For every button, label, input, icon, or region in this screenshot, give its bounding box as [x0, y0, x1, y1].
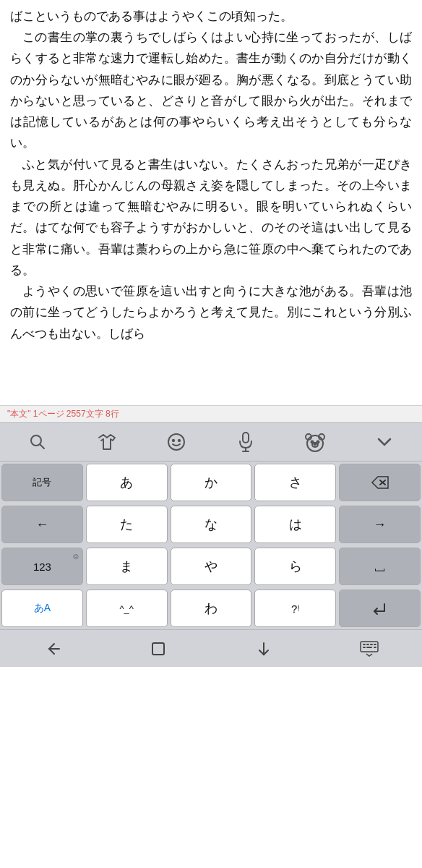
- status-bar: "本文" 1ページ 2557文字 8行: [0, 405, 422, 422]
- key-symbols[interactable]: 記号: [1, 464, 83, 501]
- keyboard-row-4: あA ^_^ わ ?!: [0, 587, 422, 629]
- key-na[interactable]: な: [171, 506, 252, 543]
- key-a[interactable]: あ: [86, 464, 168, 501]
- key-ka[interactable]: か: [171, 464, 252, 501]
- key-ya[interactable]: や: [171, 548, 252, 585]
- key-arrow-left[interactable]: ←: [1, 506, 83, 543]
- svg-point-14: [314, 443, 316, 446]
- mic-toolbar-button[interactable]: [228, 429, 263, 455]
- emoji-toolbar-button[interactable]: [159, 429, 194, 455]
- keyboard-hide-button[interactable]: [348, 635, 391, 663]
- recents-button[interactable]: [242, 635, 285, 663]
- svg-point-4: [178, 440, 180, 441]
- text-line-1: ばこというものである事はようやくこの頃知った。: [10, 6, 412, 27]
- chevron-toolbar-button[interactable]: [367, 429, 402, 455]
- key-123[interactable]: 123◎: [1, 548, 83, 585]
- key-return[interactable]: [339, 590, 421, 627]
- svg-rect-18: [152, 643, 164, 655]
- text-paragraph-2: この書生の掌の裏うちでしばらくはよい心持に坐っておったが、しばらくすると非常な速…: [10, 27, 412, 153]
- key-ra[interactable]: ら: [254, 548, 336, 585]
- key-punct[interactable]: ?!: [254, 590, 336, 627]
- bear-toolbar-button[interactable]: [298, 429, 332, 455]
- svg-point-2: [168, 434, 184, 450]
- svg-point-3: [173, 440, 174, 441]
- key-face[interactable]: ^_^: [86, 590, 168, 627]
- bottom-navigation: [0, 629, 422, 667]
- back-button[interactable]: [31, 635, 74, 663]
- search-toolbar-button[interactable]: [20, 429, 55, 455]
- keyboard-row-1: 記号 あ か さ: [0, 461, 422, 503]
- home-button[interactable]: [137, 635, 180, 663]
- text-paragraph-3: ふと気が付いて見ると書生はいない。たくさんおった兄弟が一疋ぴきも見えぬ。肝心かん…: [10, 154, 412, 281]
- key-ma[interactable]: ま: [86, 548, 168, 585]
- key-sa[interactable]: さ: [254, 464, 336, 501]
- shirt-toolbar-button[interactable]: [90, 429, 124, 455]
- key-backspace[interactable]: [339, 464, 421, 501]
- keyboard-row-3: 123◎ ま や ら ⎵: [0, 545, 422, 587]
- svg-line-1: [40, 445, 45, 449]
- text-paragraph-4: ようやくの思いで笹原を這い出すと向うに大きな池がある。吾輩は池の前に坐ってどうし…: [10, 281, 412, 344]
- keyboard-toolbar: [0, 422, 422, 461]
- text-content-area[interactable]: ばこというものである事はようやくこの頃知った。 この書生の掌の裏うちでしばらくは…: [0, 0, 422, 405]
- key-lang-toggle[interactable]: あA: [1, 590, 83, 627]
- key-space[interactable]: ⎵: [339, 548, 421, 585]
- status-text: "本文" 1ページ 2557文字 8行: [7, 408, 119, 420]
- keyboard-row-2: ← た な は →: [0, 503, 422, 545]
- key-wa[interactable]: わ: [171, 590, 252, 627]
- svg-rect-5: [243, 433, 249, 443]
- key-ta[interactable]: た: [86, 506, 168, 543]
- key-arrow-right[interactable]: →: [339, 506, 421, 543]
- key-ha[interactable]: は: [254, 506, 336, 543]
- keyboard: 記号 あ か さ ← た な は → 123◎ ま や ら ⎵ あA ^_^ わ…: [0, 461, 422, 629]
